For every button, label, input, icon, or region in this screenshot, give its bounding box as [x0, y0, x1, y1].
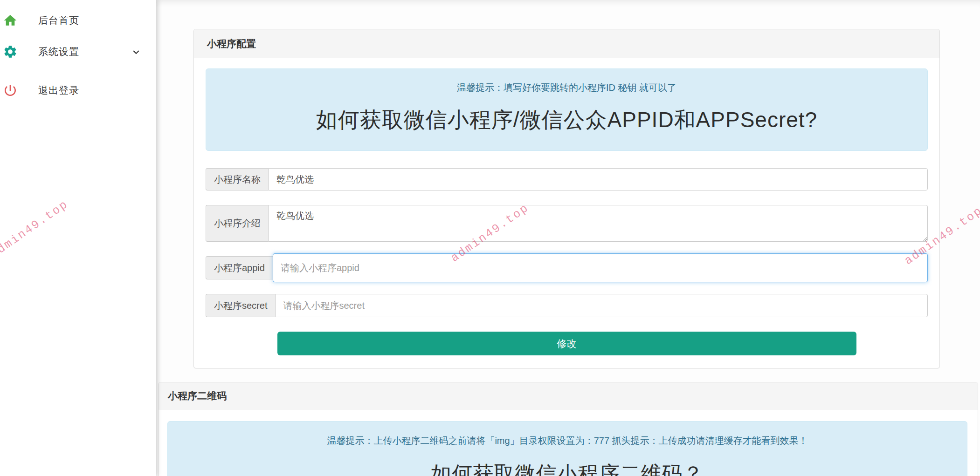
submit-button[interactable]: 修改 [277, 332, 856, 355]
appid-field-label: 小程序appid [206, 256, 273, 279]
main-content: 小程序配置 温馨提示：填写好你要跳转的小程序ID 秘钥 就可以了 如何获取微信小… [156, 0, 980, 476]
qrcode-tip-text: 温馨提示：上传小程序二维码之前请将「img」目录权限设置为：777 抓头提示：上… [168, 435, 967, 446]
qrcode-headline: 如何获取微信小程序二维码？ [168, 460, 967, 476]
gear-icon [3, 44, 18, 59]
home-icon [3, 13, 18, 28]
chevron-down-icon[interactable] [130, 46, 142, 58]
panel-body: 温馨提示：填写好你要跳转的小程序ID 秘钥 就可以了 如何获取微信小程序/微信公… [194, 58, 939, 368]
name-input[interactable] [269, 168, 928, 190]
power-icon [3, 83, 18, 98]
sidebar-item-label: 系统设置 [38, 45, 79, 58]
secret-input[interactable] [275, 294, 928, 317]
sidebar-item-label: 退出登录 [38, 84, 79, 97]
intro-textarea[interactable]: 乾鸟优选 [269, 205, 928, 242]
sidebar: 后台首页 系统设置 退出登录 [0, 0, 156, 476]
form-row-name: 小程序名称 [206, 168, 928, 190]
panel-title: 小程序配置 [194, 29, 939, 58]
miniprogram-config-panel: 小程序配置 温馨提示：填写好你要跳转的小程序ID 秘钥 就可以了 如何获取微信小… [193, 29, 940, 368]
appid-input[interactable] [273, 253, 928, 282]
form-row-secret: 小程序secret [206, 294, 928, 317]
info-alert: 温馨提示：上传小程序二维码之前请将「img」目录权限设置为：777 抓头提示：上… [167, 421, 967, 476]
secret-field-label: 小程序secret [206, 294, 275, 317]
info-alert: 温馨提示：填写好你要跳转的小程序ID 秘钥 就可以了 如何获取微信小程序/微信公… [206, 68, 928, 151]
sidebar-item-label: 后台首页 [38, 14, 79, 27]
miniprogram-qrcode-panel: 小程序二维码 温馨提示：上传小程序二维码之前请将「img」目录权限设置为：777… [158, 382, 978, 476]
sidebar-item-settings[interactable]: 系统设置 [0, 41, 156, 62]
sidebar-item-home[interactable]: 后台首页 [0, 10, 156, 31]
intro-field-label: 小程序介绍 [206, 205, 269, 242]
config-tip-text: 温馨提示：填写好你要跳转的小程序ID 秘钥 就可以了 [206, 82, 927, 93]
panel-title: 小程序二维码 [159, 382, 978, 409]
name-field-label: 小程序名称 [206, 168, 269, 190]
sidebar-item-logout[interactable]: 退出登录 [0, 80, 156, 101]
form-row-intro: 小程序介绍 乾鸟优选 [206, 205, 928, 242]
panel-body: 温馨提示：上传小程序二维码之前请将「img」目录权限设置为：777 抓头提示：上… [159, 409, 978, 476]
form-row-appid: 小程序appid [206, 256, 928, 279]
admin-page: admin49.top admin49.top admin49.top 后台首页… [0, 0, 980, 476]
config-headline: 如何获取微信小程序/微信公众APPID和APPSecret? [206, 106, 927, 135]
